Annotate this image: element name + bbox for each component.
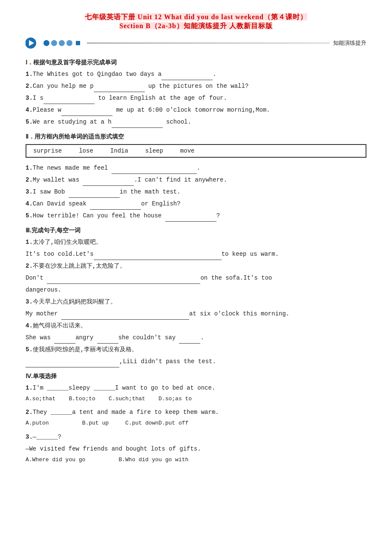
q3-2-en2: dangerous.: [26, 284, 366, 296]
section2-questions: 1.The news made me feel . 2.My wallet wa…: [26, 162, 366, 222]
opt-b: B.too;to: [69, 396, 105, 402]
title-line2: Section B（2a-3b）知能演练提升 人教新目标版: [119, 22, 273, 29]
opt-b: B.put up: [82, 420, 122, 426]
deco-line: [87, 43, 330, 43]
section1-title: Ⅰ．根据句意及首字母提示完成单词: [26, 59, 366, 66]
section2-instruction: 用方框内所给单词的适当形式填空: [35, 133, 124, 140]
q1-2: 2.Can you help me p up the pictures on t…: [26, 80, 366, 92]
small-square: [76, 41, 80, 45]
q4-3-response: —We visited few friends and bought lots …: [26, 443, 366, 455]
word5: move: [180, 147, 195, 154]
q2-3: 3.I saw Bob in the math test.: [26, 186, 366, 198]
q1-3: 3.I s to learn English at the age of fou…: [26, 92, 366, 104]
opt-c: C.put downD.put off: [125, 420, 188, 426]
q4-3-options: A.Where did you go B.Who did you go with: [26, 455, 366, 465]
word-box: surprise lose India sleep move: [26, 144, 366, 158]
section4-title: Ⅳ.单项选择: [26, 373, 366, 380]
dot2: [51, 40, 57, 46]
page-title-block: 七年级英语下册 Unit 12 What did you do last wee…: [26, 13, 366, 31]
q1-1: 1.The Whites got to Qingdao two days a.: [26, 68, 366, 80]
dot1: [43, 40, 49, 46]
q3-1-en: It's too cold.Let'sto keep us warm.: [26, 248, 366, 260]
q3-2-en1: Don't on the sofa.It's too: [26, 272, 366, 284]
opt-a: A.puton: [26, 420, 79, 426]
dot3: [59, 40, 65, 46]
word4: sleep: [145, 147, 163, 154]
opt-d: D.so;as to: [159, 396, 192, 402]
title-line1: 七年级英语下册 Unit 12 What did you do last wee…: [85, 13, 307, 20]
dot4: [66, 40, 72, 46]
q3-1-cn: 1.太冷了,咱们生火取暖吧。: [26, 236, 366, 248]
word2: lose: [79, 147, 93, 154]
dots-decoration: [43, 40, 72, 46]
q3-2-cn: 2.不要在沙发上跳上跳下,太危险了。: [26, 260, 366, 272]
section3-instruction: 完成句子,每空一词: [32, 227, 81, 234]
q4-3: 3.—______?: [26, 431, 366, 443]
page-container: 七年级英语下册 Unit 12 What did you do last wee…: [26, 13, 366, 465]
section4-questions: 1.I'm ______sleepy ______I want to go to…: [26, 382, 366, 465]
icon-area: [26, 35, 80, 51]
word1: surprise: [33, 147, 62, 154]
q3-5-en: ,LiLi didn't pass the test.: [26, 356, 366, 367]
section2-title: Ⅱ．用方框内所给单词的适当形式填空: [26, 133, 366, 141]
q3-4-cn: 4.她气得说不出话来。: [26, 320, 366, 332]
q4-1: 1.I'm ______sleepy ______I want to go to…: [26, 382, 366, 394]
q2-1: 1.The news made me feel .: [26, 162, 366, 174]
book-icon: [26, 35, 42, 51]
section1-instruction: 根据句意及首字母提示完成单词: [33, 59, 117, 66]
opt-c: C.such;that: [109, 396, 155, 402]
section4-instruction: 单项选择: [33, 373, 57, 379]
word3: India: [110, 147, 128, 154]
q2-2: 2.My wallet was .I can't find it anywher…: [26, 174, 366, 186]
q1-4: 4.Please w me up at 6:00 o'clock tomorro…: [26, 104, 366, 116]
deco-label: 知能演练提升: [333, 39, 366, 47]
header-decoration: 知能演练提升: [26, 35, 366, 51]
q4-1-options: A.so;that B.too;to C.such;that D.so;as t…: [26, 394, 366, 404]
q3-3-cn: 3.今天早上六点妈妈把我叫醒了。: [26, 296, 366, 308]
opt-b: B.Who did you go with: [118, 457, 188, 463]
section3-questions: 1.太冷了,咱们生火取暖吧。 It's too cold.Let'sto kee…: [26, 236, 366, 367]
section3-title: Ⅲ.完成句子,每空一词: [26, 227, 366, 234]
q3-3-en: My mother at six o'clock this morning.: [26, 308, 366, 320]
q2-4: 4.Can David speak or English?: [26, 198, 366, 210]
section1-questions: 1.The Whites got to Qingdao two days a. …: [26, 68, 366, 128]
q1-5: 5.We are studying at a h school.: [26, 116, 366, 128]
q2-5: 5.How terrible! Can you feel the house ?: [26, 210, 366, 222]
opt-a: A.so;that: [26, 396, 66, 402]
q3-4-en: She was angry she couldn't say .: [26, 332, 366, 344]
q4-2: 2.They ______a tent and made a fire to k…: [26, 406, 366, 418]
q3-5-cn: 5.使我感到吃惊的是,李丽考试没有及格。: [26, 344, 366, 356]
opt-a: A.Where did you go: [26, 457, 115, 463]
q4-2-options: A.puton B.put up C.put downD.put off: [26, 418, 366, 428]
